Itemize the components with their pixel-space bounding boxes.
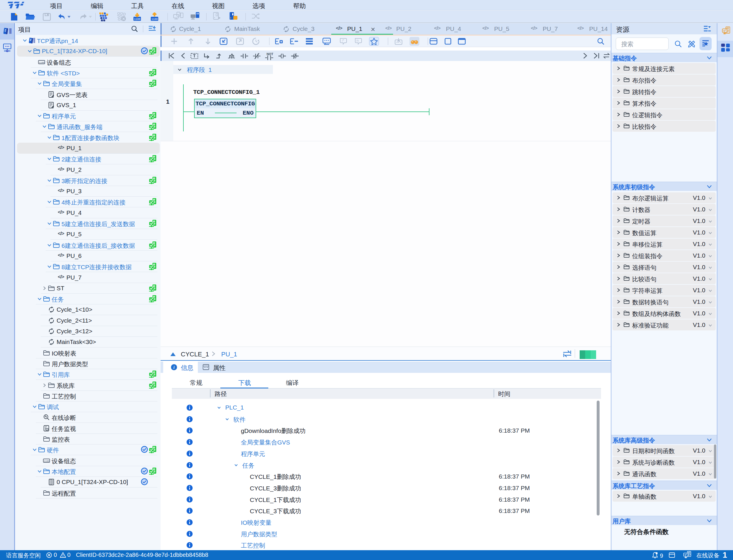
svg-text:1100: 1100 bbox=[39, 61, 44, 64]
svg-text:/*: /* bbox=[342, 39, 344, 42]
svg-text:1100: 1100 bbox=[44, 460, 49, 462]
svg-text:i: i bbox=[174, 365, 175, 370]
svg-text:NOT: NOT bbox=[267, 52, 274, 56]
svg-text:1100: 1100 bbox=[134, 18, 140, 21]
svg-text:1100: 1100 bbox=[151, 18, 158, 21]
svg-text:/x: /x bbox=[356, 39, 359, 42]
